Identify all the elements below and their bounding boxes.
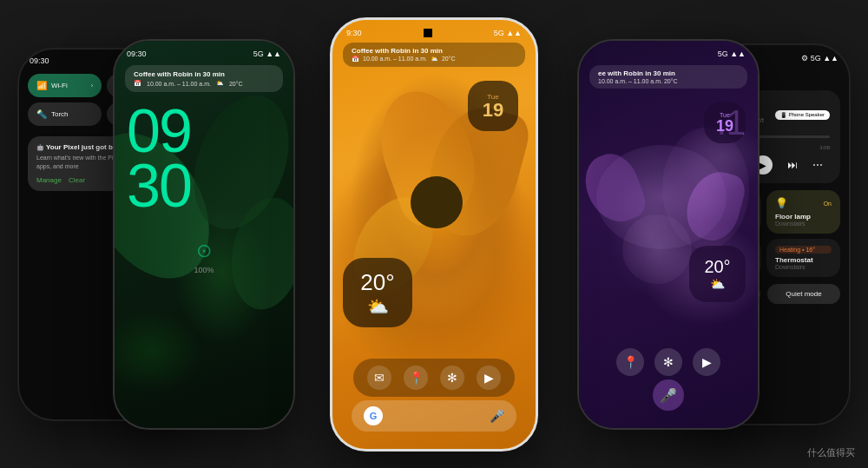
signal-right-fg: 5G ▲▲ [718,49,746,58]
floor-lamp-icon: 💡 [775,197,788,209]
notif-pill-right-fg: ee with Robin in 30 min 10.00 a.m. – 11.… [589,65,747,89]
speaker-icon: 📱 [780,112,786,118]
big-clock: 09 30 [115,96,293,214]
floor-lamp-top: 💡 On [775,197,832,209]
watermark: 什么值得买 [807,446,855,459]
clock-hours: 09 [127,104,281,159]
signal-center: 5G ▲▲ [494,29,522,37]
floor-lamp-name: Floor lamp [775,213,832,221]
date-widget-right-fg: Tue 19 [704,102,746,143]
rf-weather-widget: 20° ⛅ [689,246,746,302]
weather-icon-c: ⛅ [431,56,438,63]
rf-mic-button[interactable]: 🎤 [653,379,684,411]
wifi-tile[interactable]: 📶 Wi-Fi › [28,74,102,97]
rf-youtube-icon[interactable]: ▶ [693,348,720,376]
wifi-label: Wi-Fi [51,82,68,89]
floor-lamp-status: On [824,201,832,207]
signal-right-bg: ⚙ 5G ▲▲ [801,54,838,63]
temp-center: 20° [360,269,394,296]
torch-tile[interactable]: 🔦 Torch [28,102,102,126]
dock-icons-center: ✉ 📍 ✻ ▶ [353,359,515,397]
c-notif-title: Coffee with Robin in 30 min [352,47,516,55]
google-logo: G [364,406,383,425]
status-bar-right-fg: 5G ▲▲ [579,41,758,62]
day-num-center: 19 [483,101,503,120]
thermostat-heating-tile[interactable]: Heating • 16° Thermostat Downstairs [766,239,840,277]
rf-weather-icon: ⛅ [710,277,725,291]
chevron-icon: › [91,82,93,89]
manage-button[interactable]: Manage [36,176,62,184]
time-center: 9:30 [346,29,362,37]
notif-pill-title: Coffee with Robin in 30 min [134,70,274,78]
search-bar-center[interactable]: G 🎤 [352,400,516,432]
notif-pill-left-fg: Coffee with Robin in 30 min 📅 10.00 a.m.… [125,65,283,92]
phone-left-fg: 09:30 5G ▲▲ Coffee with Robin in 30 min … [113,39,295,430]
rf-temp: 20° [704,257,730,277]
assistant-icon[interactable]: ✻ [440,366,464,390]
weather-widget-center: 20° ⛅ [343,258,412,327]
status-bar-center: 9:30 5G ▲▲ [332,20,536,41]
rf-maps-icon[interactable]: 📍 [616,348,644,376]
torch-label: Torch [51,110,69,118]
battery-percent: 100% [115,266,293,274]
youtube-icon[interactable]: ▶ [477,366,501,390]
rf-assistant-icon[interactable]: ✻ [654,348,682,376]
rday-num: 19 [716,118,733,134]
phone-center-content: 9:30 5G ▲▲ Coffee with Robin in 30 min 📅… [332,20,536,449]
phone-left-fg-content: 09:30 5G ▲▲ Coffee with Robin in 30 min … [115,41,293,428]
wifi-icon: 📶 [36,81,47,90]
time-left-bg: 09:30 [30,56,49,65]
calendar-icon-c: 📅 [352,56,359,63]
status-bar-left-fg: 09:30 5G ▲▲ [115,41,293,62]
calendar-icon: 📅 [134,80,141,87]
floor-lamp-loc: Downstairs [775,221,832,227]
next-button[interactable]: ⏭ [787,159,798,171]
thermostat-heating-name: Thermostat [775,256,832,264]
rf-notif-sub: 10.00 a.m. – 11.00 a.m. 20°C [598,78,739,84]
rf-dock: 📍 ✻ ▶ [616,348,720,376]
quiet-mode-button[interactable]: Quiet mode [767,284,840,304]
phone-speaker-badge: 📱 Phone Speaker [775,110,830,120]
camera-notch [424,29,432,37]
scene: 09:30 5G ▲ 📶 Wi-Fi › 🔵 Bluetooth 🔦 Torch… [0,0,868,468]
signal-left-fg: 5G ▲▲ [253,49,281,58]
notif-pill-sub: 📅 10.00 a.m. – 11.00 a.m. ⛅ 20°C [134,80,274,87]
maps-icon[interactable]: 📍 [404,366,428,390]
time-left-fg: 09:30 [127,49,147,58]
time-total: 3:08 [819,145,830,150]
clock-minutes: 30 [127,159,281,214]
phone-right-fg-content: 5G ▲▲ ee with Robin in 30 min 10.00 a.m.… [579,41,758,428]
phone-center: 9:30 5G ▲▲ Coffee with Robin in 30 min 📅… [330,17,538,452]
weather-icon-widget: ⛅ [367,296,389,317]
fingerprint-icon[interactable]: ⊙ [115,240,293,262]
floor-lamp-tile[interactable]: 💡 On Floor lamp Downstairs [766,190,840,234]
gmail-icon[interactable]: ✉ [367,366,391,390]
date-widget-center: Tue 19 [468,81,518,131]
more-button[interactable]: ⋯ [812,159,823,171]
torch-icon: 🔦 [36,109,47,119]
thermostat-heating-loc: Downstairs [775,264,832,270]
rf-notif-title: ee with Robin in 30 min [598,69,739,77]
clear-button[interactable]: Clear [69,176,85,184]
mic-icon-center[interactable]: 🎤 [490,409,504,423]
heating-badge: Heating • 16° [775,246,832,254]
c-notif-sub: 📅 10.00 a.m. – 11.00 a.m. ⛅ 20°C [352,56,516,63]
notif-pill-center: Coffee with Robin in 30 min 📅 10.00 a.m.… [343,43,525,67]
phone-right-fg: 5G ▲▲ ee with Robin in 30 min 10.00 a.m.… [577,39,760,430]
weather-icon-small: ⛅ [216,80,224,87]
